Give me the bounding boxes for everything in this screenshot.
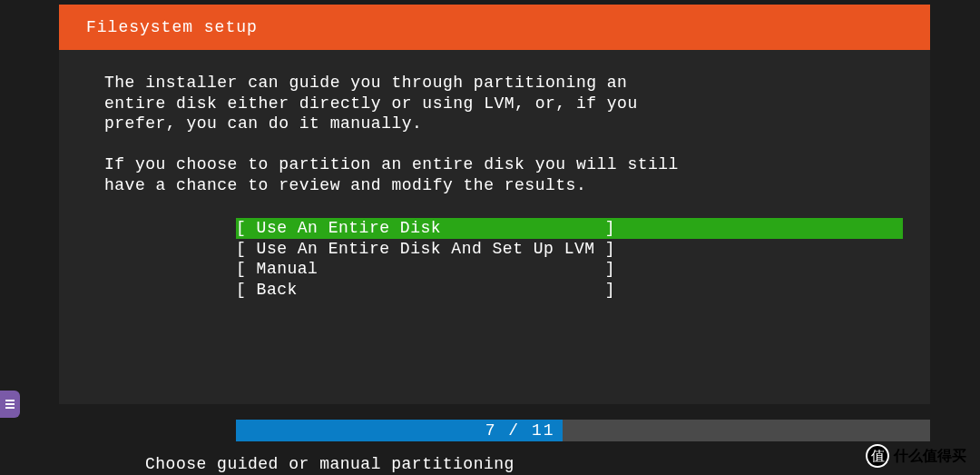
menu-options: [ Use An Entire Disk ] [ Use An Entire D…: [236, 218, 903, 300]
menu-item-back[interactable]: [ Back ]: [236, 280, 903, 301]
progress-bar: 7 / 11: [236, 420, 930, 441]
footer-area: 7 / 11 Choose guided or manual partition…: [59, 420, 930, 475]
footer-hint: Choose guided or manual partitioning: [59, 441, 930, 475]
menu-item-entire-disk-lvm[interactable]: [ Use An Entire Disk And Set Up LVM ]: [236, 239, 903, 260]
watermark: 值 什么值得买: [866, 444, 966, 468]
watermark-text: 什么值得买: [894, 447, 966, 466]
description-line: entire disk either directly or using LVM…: [104, 94, 903, 114]
description-text: The installer can guide you through part…: [104, 73, 903, 195]
menu-item-manual[interactable]: [ Manual ]: [236, 259, 903, 280]
progress-filled: 7 / 11: [236, 420, 563, 441]
menu-icon: [4, 399, 16, 410]
description-line: prefer, you can do it manually.: [104, 114, 903, 134]
page-header: Filesystem setup: [59, 5, 930, 50]
page-title: Filesystem setup: [86, 18, 258, 36]
progress-text: 7 / 11: [485, 421, 555, 440]
description-line: If you choose to partition an entire dis…: [104, 154, 903, 175]
progress-empty: [563, 420, 930, 441]
content-area: The installer can guide you through part…: [59, 50, 930, 404]
menu-item-entire-disk[interactable]: [ Use An Entire Disk ]: [236, 218, 903, 239]
description-line: The installer can guide you through part…: [104, 73, 903, 94]
side-tab[interactable]: [0, 391, 20, 418]
description-line: have a chance to review and modify the r…: [104, 175, 903, 196]
watermark-icon: 值: [866, 444, 889, 468]
